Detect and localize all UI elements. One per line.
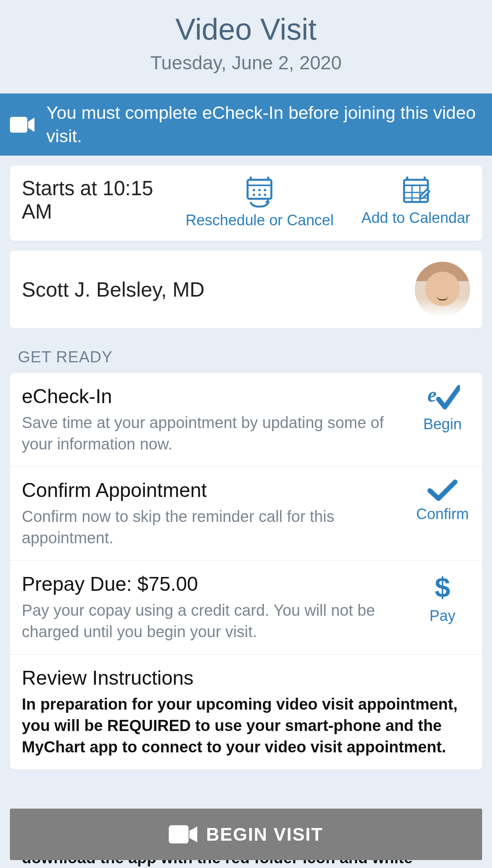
action-label: Confirm <box>416 506 469 523</box>
list-title: Review Instructions <box>22 666 470 689</box>
video-icon <box>10 117 34 133</box>
list-item-prepay: Prepay Due: $75.00 Pay your copay using … <box>10 561 482 655</box>
reschedule-button[interactable]: Reschedule or Cancel <box>185 177 334 230</box>
echeckin-banner: You must complete eCheck-In before joini… <box>0 93 492 156</box>
svg-point-5 <box>264 189 266 191</box>
list-content: Confirm Appointment Confirm now to skip … <box>22 479 405 548</box>
echeckin-icon: e <box>425 385 460 413</box>
dollar-icon: $ <box>433 573 452 604</box>
list-title: eCheck-In <box>22 385 405 408</box>
list-item-review-instructions: Review Instructions In preparation for y… <box>10 655 482 769</box>
get-ready-list: eCheck-In Save time at your appointment … <box>10 373 482 769</box>
reschedule-label: Reschedule or Cancel <box>185 211 334 230</box>
list-desc: In preparation for your upcoming video v… <box>22 693 470 758</box>
echeckin-begin-button[interactable]: e Begin <box>415 385 470 433</box>
svg-point-6 <box>253 194 255 196</box>
svg-point-4 <box>258 189 261 191</box>
starts-at-label: Starts at 10:15 AM <box>22 177 185 223</box>
video-icon <box>169 825 197 843</box>
time-actions: Reschedule or Cancel Add to Calendar <box>185 177 470 230</box>
list-item-confirm: Confirm Appointment Confirm now to skip … <box>10 467 482 561</box>
svg-point-8 <box>264 194 266 196</box>
begin-visit-button[interactable]: BEGIN VISIT <box>10 809 482 860</box>
calendar-edit-icon <box>402 177 430 205</box>
list-content: eCheck-In Save time at your appointment … <box>22 385 405 455</box>
svg-text:$: $ <box>435 573 450 603</box>
appointment-time-card: Starts at 10:15 AM Reschedule or Cancel <box>10 166 482 241</box>
checkmark-icon <box>427 479 458 503</box>
add-calendar-label: Add to Calendar <box>361 209 470 227</box>
page-title: Video Visit <box>8 12 484 46</box>
list-content: Review Instructions In preparation for y… <box>22 666 470 758</box>
list-item-echeckin: eCheck-In Save time at your appointment … <box>10 373 482 467</box>
list-content: Prepay Due: $75.00 Pay your copay using … <box>22 573 405 642</box>
list-desc: Confirm now to skip the reminder call fo… <box>22 506 405 548</box>
get-ready-title: GET READY <box>18 348 474 366</box>
svg-text:e: e <box>427 385 437 406</box>
banner-text: You must complete eCheck-In before joini… <box>46 101 482 148</box>
header: Video Visit Tuesday, June 2, 2020 <box>0 0 492 93</box>
begin-visit-label: BEGIN VISIT <box>206 824 323 845</box>
calendar-refresh-icon <box>245 177 274 207</box>
svg-rect-17 <box>169 825 189 843</box>
list-desc: Save time at your appointment by updatin… <box>22 412 405 455</box>
provider-card: Scott J. Belsley, MD <box>10 251 482 328</box>
svg-rect-9 <box>404 180 428 202</box>
list-title: Confirm Appointment <box>22 479 405 502</box>
provider-name: Scott J. Belsley, MD <box>22 278 204 301</box>
pay-button[interactable]: $ Pay <box>415 573 470 624</box>
add-to-calendar-button[interactable]: Add to Calendar <box>361 177 470 230</box>
svg-point-3 <box>253 189 255 191</box>
action-label: Pay <box>429 607 455 624</box>
provider-avatar <box>415 262 470 317</box>
confirm-button[interactable]: Confirm <box>415 479 470 523</box>
svg-rect-0 <box>10 117 27 133</box>
page-date: Tuesday, June 2, 2020 <box>8 52 484 74</box>
svg-point-7 <box>258 194 261 196</box>
list-desc: Pay your copay using a credit card. You … <box>22 600 405 642</box>
action-label: Begin <box>423 416 461 433</box>
list-title: Prepay Due: $75.00 <box>22 573 405 596</box>
